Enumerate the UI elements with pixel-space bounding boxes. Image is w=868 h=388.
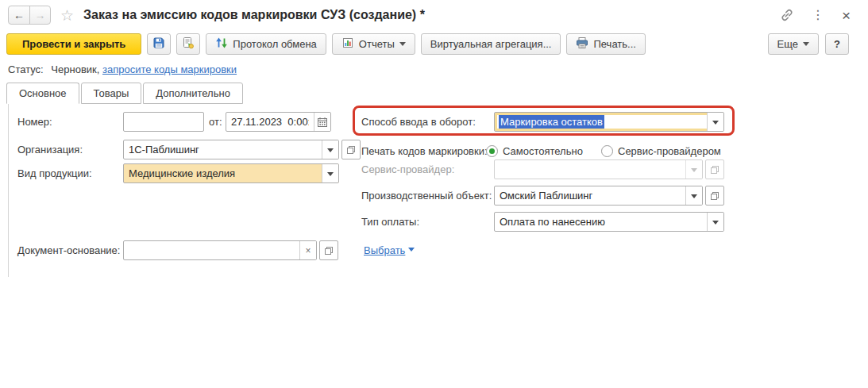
service-provider-dropdown-button [685, 160, 702, 179]
organization-open-button[interactable] [341, 140, 361, 159]
organization-dropdown-button[interactable] [322, 140, 338, 159]
dropdown-caret-icon [399, 42, 406, 49]
service-provider-label: Сервис-провайдер: [361, 159, 454, 179]
calendar-button[interactable] [314, 113, 330, 131]
kebab-menu-icon[interactable]: ⋮ [812, 9, 824, 21]
payment-type-field[interactable] [494, 212, 724, 232]
status-line: Статус: Черновик, запросите коды маркиро… [8, 63, 237, 75]
production-site-field[interactable] [494, 186, 703, 206]
post-and-close-button[interactable]: Провести и закрыть [6, 33, 141, 55]
request-codes-link[interactable]: запросите коды маркировки [102, 63, 237, 75]
dropdown-caret-icon [712, 121, 719, 128]
organization-label: Организация: [17, 140, 83, 159]
radio-self[interactable] [486, 145, 498, 157]
print-label: Печать... [593, 38, 635, 50]
copy-link-icon[interactable] [780, 8, 794, 22]
back-button[interactable]: ← [9, 6, 29, 24]
clear-icon: × [305, 245, 311, 256]
payment-type-dropdown-button[interactable] [707, 213, 723, 231]
forward-icon: → [35, 9, 46, 21]
forward-button[interactable]: → [29, 6, 50, 24]
code-printing-label: Печать кодов маркировки: [361, 141, 488, 161]
help-button[interactable]: ? [825, 33, 849, 55]
product-type-dropdown-button[interactable] [322, 164, 338, 182]
printer-icon [576, 36, 588, 52]
tab-additional[interactable]: Дополнительно [143, 83, 243, 104]
close-icon[interactable]: × [842, 8, 851, 23]
clear-button[interactable]: × [299, 241, 316, 259]
dropdown-caret-icon [803, 42, 809, 49]
open-icon [710, 191, 719, 201]
title-actions: ⋮ × [780, 8, 868, 23]
product-type-input[interactable] [124, 164, 322, 182]
radio-service-provider[interactable] [601, 145, 613, 157]
dropdown-caret-icon [712, 221, 719, 228]
open-icon [710, 165, 719, 175]
post-document-button[interactable] [176, 33, 200, 55]
more-button[interactable]: Еще [768, 33, 819, 55]
date-label: от: [209, 112, 222, 132]
group-border [8, 104, 9, 277]
page-title: Заказ на эмиссию кодов маркировки СУЗ (с… [83, 8, 425, 22]
open-icon [324, 246, 334, 255]
exchange-protocol-button[interactable]: Протокол обмена [206, 33, 326, 55]
open-icon [346, 145, 356, 155]
status-value: Черновик, [51, 63, 99, 75]
production-site-label: Производственный объект: [361, 186, 492, 206]
payment-type-label: Тип оплаты: [361, 212, 419, 232]
dropdown-caret-icon [327, 172, 334, 179]
date-input[interactable] [226, 113, 314, 131]
organization-input[interactable] [124, 140, 322, 159]
dropdown-caret-icon [691, 194, 697, 202]
select-document-link[interactable]: Выбрать [364, 244, 405, 256]
exchange-arrows-icon [215, 36, 228, 52]
production-site-input[interactable] [495, 186, 685, 205]
number-input[interactable] [124, 113, 203, 131]
toolbar: Провести и закрыть [0, 32, 868, 56]
entry-method-dropdown-button[interactable] [707, 113, 723, 131]
date-field[interactable] [226, 112, 331, 132]
number-field[interactable] [123, 112, 204, 132]
dropdown-caret-icon [691, 168, 697, 175]
base-document-open-button[interactable] [319, 240, 338, 260]
reports-button[interactable]: Отчеты [332, 33, 415, 55]
service-provider-input [495, 160, 685, 179]
production-site-dropdown-button[interactable] [685, 186, 702, 205]
back-icon: ← [14, 9, 25, 21]
radio-service-provider-label[interactable]: Сервис-провайдером [618, 141, 721, 161]
exchange-protocol-label: Протокол обмена [233, 38, 317, 50]
virtual-aggregation-button[interactable]: Виртуальная агрегация... [421, 33, 561, 55]
radio-self-label[interactable]: Самостоятельно [503, 141, 583, 161]
organization-field[interactable] [123, 140, 339, 159]
history-nav: ← → [8, 6, 51, 25]
save-icon [152, 36, 165, 52]
tab-main[interactable]: Основное [6, 83, 79, 104]
print-button[interactable]: Печать... [566, 33, 645, 55]
service-provider-open-button [705, 159, 724, 179]
favorite-star-icon[interactable]: ☆ [60, 8, 74, 23]
entry-method-field[interactable]: Маркировка остатков [494, 112, 724, 132]
more-label: Еще [777, 38, 798, 50]
entry-method-label: Способ ввода в оборот: [361, 112, 476, 132]
save-button[interactable] [147, 33, 171, 55]
entry-method-selected-text: Маркировка остатков [499, 115, 604, 129]
tab-goods[interactable]: Товары [81, 83, 142, 104]
reports-label: Отчеты [359, 38, 395, 50]
payment-type-input[interactable] [495, 213, 707, 231]
post-document-icon [182, 36, 195, 52]
report-icon [341, 36, 354, 52]
toolbar-right: Еще ? [768, 33, 849, 55]
select-document-link-wrap: Выбрать [364, 240, 415, 260]
product-type-label: Вид продукции: [17, 163, 92, 183]
base-document-field[interactable]: × [123, 240, 317, 260]
base-document-label: Документ-основание: [17, 240, 120, 260]
number-label: Номер: [17, 112, 52, 132]
dropdown-caret-icon [408, 248, 415, 255]
dropdown-caret-icon [327, 148, 334, 156]
production-site-open-button[interactable] [705, 186, 724, 206]
form-main: Номер: от: Организация: [0, 104, 868, 388]
base-document-input[interactable] [124, 241, 299, 259]
product-type-field[interactable] [123, 163, 339, 183]
tab-bar: Основное Товары Дополнительно [6, 83, 245, 104]
titlebar: ← → ☆ Заказ на эмиссию кодов маркировки … [0, 0, 868, 30]
